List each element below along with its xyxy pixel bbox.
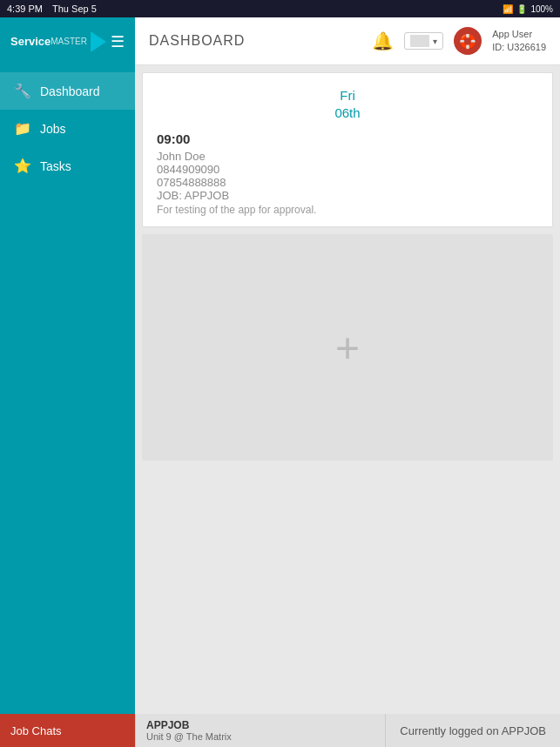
wifi-icon: 📶 xyxy=(503,4,513,14)
job-chats-section[interactable]: Job Chats xyxy=(0,714,135,747)
sidebar-item-tasks[interactable]: ⭐ Tasks xyxy=(0,147,135,185)
main-content: Fri 06th 09:00 John Doe 0844909090 07854… xyxy=(135,65,560,714)
sidebar-item-label-dashboard: Dashboard xyxy=(40,84,100,98)
logo-triangle xyxy=(91,31,106,52)
status-date: Thu Sep 5 xyxy=(52,3,97,14)
sidebar-item-label-jobs: Jobs xyxy=(40,122,66,136)
event-date-line1: Fri xyxy=(143,87,552,104)
sidebar-logo: Service MASTER ☰ xyxy=(0,17,135,65)
jobs-icon: 📁 xyxy=(14,120,31,137)
bell-icon[interactable]: 🔔 xyxy=(372,30,394,51)
bottom-bar: Job Chats APPJOB Unit 9 @ The Matrix Cur… xyxy=(0,714,560,747)
job-info-section: APPJOB Unit 9 @ The Matrix xyxy=(135,714,385,747)
calendar-card: Fri 06th 09:00 John Doe 0844909090 07854… xyxy=(142,72,553,227)
event-name: John Doe xyxy=(157,150,538,163)
logged-on-text: Currently logged on APPJOB xyxy=(400,724,546,737)
flag-icon xyxy=(410,35,429,47)
event-date-header: Fri 06th xyxy=(143,87,552,121)
add-event-area[interactable]: + xyxy=(142,234,553,461)
event-phone2: 07854888888 xyxy=(157,176,538,189)
user-info: App User ID: U326619 xyxy=(492,28,546,55)
sidebar: Service MASTER ☰ 🔧 Dashboard 📁 Jobs ⭐ Ta… xyxy=(0,17,135,714)
logo-service: Service xyxy=(10,35,51,48)
status-icons: 📶 🔋 100% xyxy=(503,4,553,14)
event-phone1: 0844909090 xyxy=(157,163,538,176)
logged-on-section: Currently logged on APPJOB xyxy=(385,714,560,747)
hamburger-icon[interactable]: ☰ xyxy=(111,32,125,51)
tasks-icon: ⭐ xyxy=(14,158,31,174)
sidebar-nav: 🔧 Dashboard 📁 Jobs ⭐ Tasks xyxy=(0,65,135,714)
user-id: ID: U326619 xyxy=(492,41,546,54)
job-chats-label: Job Chats xyxy=(10,724,62,737)
avatar: 🛟 xyxy=(454,27,482,55)
header-right: 🔔 ▾ 🛟 App User ID: U326619 xyxy=(372,27,546,55)
dropdown-arrow-icon: ▾ xyxy=(433,37,437,46)
event-time: 09:00 xyxy=(157,131,538,146)
event-job: JOB: APPJOB xyxy=(157,189,538,202)
header-title: DASHBOARD xyxy=(149,33,245,49)
logo-master: MASTER xyxy=(51,37,87,46)
status-time: 4:39 PM xyxy=(7,3,43,14)
sidebar-item-dashboard[interactable]: 🔧 Dashboard xyxy=(0,72,135,110)
battery-icon: 🔋 xyxy=(516,4,527,14)
event-description: For testing of the app for approval. xyxy=(157,204,538,216)
sidebar-item-jobs[interactable]: 📁 Jobs xyxy=(0,110,135,147)
status-time-date: 4:39 PM Thu Sep 5 xyxy=(7,3,97,14)
header: DASHBOARD 🔔 ▾ 🛟 App User ID: U326619 xyxy=(135,17,560,65)
event-item[interactable]: 09:00 John Doe 0844909090 07854888888 JO… xyxy=(143,131,552,216)
status-bar: 4:39 PM Thu Sep 5 📶 🔋 100% xyxy=(0,0,560,17)
job-location: Unit 9 @ The Matrix xyxy=(146,731,374,742)
job-id: APPJOB xyxy=(146,719,374,731)
sidebar-item-label-tasks: Tasks xyxy=(40,159,71,173)
flag-dropdown[interactable]: ▾ xyxy=(404,32,443,50)
dashboard-icon: 🔧 xyxy=(14,83,31,99)
logo-text-area: Service MASTER xyxy=(10,31,106,52)
add-icon: + xyxy=(335,324,360,372)
battery-percent: 100% xyxy=(530,4,553,14)
user-name: App User xyxy=(492,28,546,41)
event-date-line2: 06th xyxy=(143,104,552,122)
